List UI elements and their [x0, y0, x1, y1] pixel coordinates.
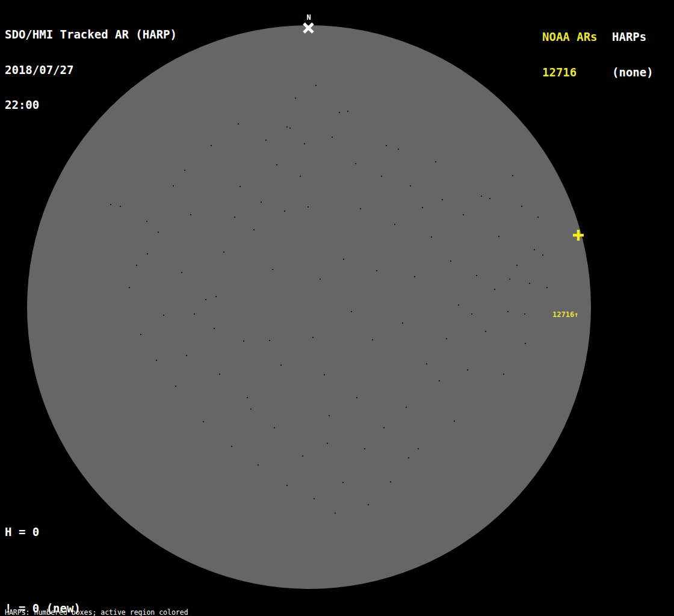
noise-dot — [408, 457, 409, 458]
title-block: SDO/HMI Tracked AR (HARP) 2018/07/27 22:… — [5, 5, 177, 135]
noise-dot — [342, 482, 344, 483]
noise-dot — [503, 374, 504, 375]
caption-block: HARPs: numbered boxes; active region col… — [5, 596, 247, 616]
noise-dot — [390, 481, 391, 482]
noise-dot — [351, 311, 352, 312]
legend-line-h: H = 0 — [5, 526, 135, 538]
noaa-ar-number: 12716 — [542, 67, 598, 79]
harps-column: HARPs (none) — [612, 8, 654, 102]
noise-dot — [426, 363, 427, 365]
noise-dot — [332, 137, 333, 138]
noaa-ar-shifted-label: 12716↑ — [552, 310, 578, 319]
noise-dot — [450, 260, 451, 262]
noise-dot — [327, 443, 328, 444]
noise-dot — [136, 265, 137, 266]
noise-dot — [410, 185, 411, 186]
noise-dot — [120, 206, 121, 207]
noise-dot — [302, 455, 303, 457]
noise-dot — [402, 322, 403, 324]
noise-dot — [184, 170, 185, 171]
noise-dot — [525, 343, 526, 344]
noise-dot — [289, 128, 291, 129]
noise-dot — [156, 360, 157, 361]
noise-dot — [129, 287, 130, 288]
noise-dot — [414, 276, 415, 277]
noise-dot — [286, 126, 288, 128]
date-label: 2018/07/27 — [5, 64, 177, 76]
solar-disk-view: SDO/HMI Tracked AR (HARP) 2018/07/27 22:… — [0, 0, 674, 616]
noise-dot — [250, 408, 252, 410]
noise-dot — [398, 149, 399, 150]
noise-dot — [211, 145, 212, 146]
noise-dot — [312, 337, 314, 338]
noise-dot — [186, 355, 187, 356]
noise-dot — [442, 199, 443, 200]
noise-dot — [243, 340, 244, 342]
noise-dot — [381, 176, 382, 177]
noise-dot — [272, 269, 273, 270]
noise-dot — [537, 217, 539, 218]
noise-dot — [368, 504, 369, 505]
noise-dot — [219, 374, 220, 375]
noise-dot — [214, 328, 215, 329]
noise-dot — [295, 97, 296, 99]
noise-dot — [471, 313, 472, 315]
noise-dot — [394, 224, 395, 225]
noise-dot — [463, 214, 464, 215]
noise-dot — [343, 259, 344, 260]
noise-dot — [335, 513, 336, 514]
noise-dot — [489, 198, 490, 199]
noise-dot — [286, 485, 288, 486]
noise-dot — [274, 427, 275, 428]
noise-dot — [261, 202, 262, 203]
noise-dot — [509, 279, 510, 280]
noise-dot — [231, 446, 232, 447]
noise-dot — [265, 140, 267, 141]
noise-dot — [446, 338, 447, 339]
noise-dot — [458, 304, 459, 306]
noise-dot — [181, 272, 182, 273]
noise-dot — [529, 283, 530, 284]
noise-dot — [422, 207, 423, 208]
noise-dot — [494, 289, 495, 290]
noise-dot — [308, 206, 309, 208]
noise-dot — [516, 265, 518, 266]
noise-dot — [476, 275, 477, 276]
noise-dot — [435, 161, 436, 162]
noise-dot — [110, 204, 111, 205]
noise-dot — [190, 214, 191, 215]
noise-dot — [372, 339, 373, 340]
noaa-ars-column: NOAA ARs 12716 — [542, 8, 598, 102]
noise-dot — [140, 334, 141, 335]
noise-dot — [238, 123, 239, 125]
noise-dot — [314, 498, 315, 499]
noise-dot — [320, 279, 321, 280]
noise-dot — [158, 232, 159, 233]
noise-dot — [194, 313, 195, 315]
noise-dot — [240, 186, 241, 187]
noise-dot — [512, 175, 513, 176]
page-title: SDO/HMI Tracked AR (HARP) — [5, 29, 177, 41]
noise-dot — [147, 253, 148, 254]
noise-dot — [276, 164, 277, 165]
noise-dot — [355, 163, 356, 164]
noise-dot — [546, 287, 548, 288]
noise-dot — [253, 229, 255, 230]
noise-dot — [360, 208, 361, 209]
noise-dot — [339, 112, 340, 113]
noise-dot — [376, 270, 377, 271]
noaa-ars-header: NOAA ARs — [542, 31, 598, 43]
noise-dot — [284, 211, 285, 212]
noise-dot — [258, 464, 259, 466]
noise-dot — [534, 249, 535, 250]
noise-dot — [454, 420, 455, 422]
noise-dot — [329, 415, 330, 416]
north-x-marker-icon — [302, 22, 315, 34]
noise-dot — [203, 421, 204, 422]
noise-dot — [498, 236, 499, 237]
noise-dot — [485, 331, 486, 332]
noise-dot — [300, 176, 301, 177]
noise-dot — [383, 427, 385, 428]
noise-dot — [269, 340, 270, 341]
noise-dot — [163, 315, 164, 316]
